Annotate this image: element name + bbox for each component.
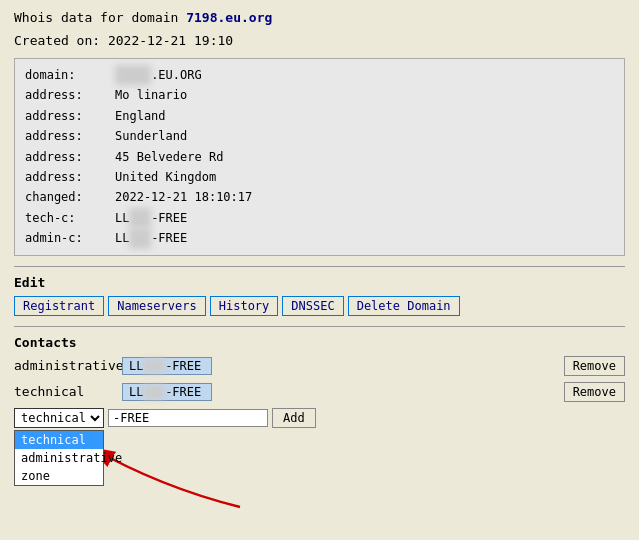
created-line: Created on: 2022-12-21 19:10 xyxy=(14,33,625,48)
main-container: Whois data for domain 7198.eu.org Create… xyxy=(0,0,639,540)
dnssec-button[interactable]: DNSSEC xyxy=(282,296,343,316)
whois-key-techc: tech-c: xyxy=(25,208,115,228)
add-contact-row: technical administrative zone technical … xyxy=(14,408,625,428)
contact-type-technical: technical xyxy=(14,384,114,399)
contact-row-administrative: administrative LL -FREE Remove xyxy=(14,356,625,376)
whois-row-address4: address: 45 Belvedere Rd xyxy=(25,147,614,167)
whois-key-address2: address: xyxy=(25,106,115,126)
edit-section-title: Edit xyxy=(14,275,625,290)
contact-handle-technical: LL -FREE xyxy=(122,383,212,401)
whois-row-address3: address: Sunderland xyxy=(25,126,614,146)
whois-row-changed: changed: 2022-12-21 18:10:17 xyxy=(25,187,614,207)
domain-highlight: 7198.eu.org xyxy=(186,10,272,25)
whois-row-address5: address: United Kingdom xyxy=(25,167,614,187)
remove-admin-button[interactable]: Remove xyxy=(564,356,625,376)
blur-techc xyxy=(129,208,151,228)
history-button[interactable]: History xyxy=(210,296,279,316)
whois-val-address5: United Kingdom xyxy=(115,167,216,187)
dropdown-item-technical[interactable]: technical xyxy=(15,431,103,449)
divider-edit xyxy=(14,266,625,267)
whois-val-address2: England xyxy=(115,106,166,126)
add-contact-button[interactable]: Add xyxy=(272,408,316,428)
whois-key-address4: address: xyxy=(25,147,115,167)
delete-domain-button[interactable]: Delete Domain xyxy=(348,296,460,316)
whois-row-address1: address: Mo linario xyxy=(25,85,614,105)
blur-adminc xyxy=(129,228,151,248)
whois-row-adminc: admin-c: LL -FREE xyxy=(25,228,614,248)
contact-type-administrative: administrative xyxy=(14,358,114,373)
blur-tech-handle xyxy=(143,385,165,399)
nameservers-button[interactable]: Nameservers xyxy=(108,296,205,316)
whois-val-address4: 45 Belvedere Rd xyxy=(115,147,223,167)
contact-type-select[interactable]: technical administrative zone xyxy=(14,408,104,428)
whois-key-address1: address: xyxy=(25,85,115,105)
whois-val-address1: Mo linario xyxy=(115,85,187,105)
dropdown-item-zone[interactable]: zone xyxy=(15,467,103,485)
blur-domain xyxy=(115,65,151,85)
whois-data-block: domain: .EU.ORG address: Mo linario addr… xyxy=(14,58,625,256)
whois-val-domain: .EU.ORG xyxy=(115,65,202,85)
blur-admin-handle xyxy=(143,359,165,373)
page-title: Whois data for domain 7198.eu.org xyxy=(14,10,625,25)
whois-key-domain: domain: xyxy=(25,65,115,85)
whois-row-techc: tech-c: LL -FREE xyxy=(25,208,614,228)
whois-row-address2: address: England xyxy=(25,106,614,126)
registrant-button[interactable]: Registrant xyxy=(14,296,104,316)
whois-row-domain: domain: .EU.ORG xyxy=(25,65,614,85)
whois-val-techc: LL -FREE xyxy=(115,208,187,228)
whois-val-adminc: LL -FREE xyxy=(115,228,187,248)
whois-key-changed: changed: xyxy=(25,187,115,207)
whois-key-adminc: admin-c: xyxy=(25,228,115,248)
contacts-section-title: Contacts xyxy=(14,335,625,350)
contacts-section: Contacts administrative LL -FREE Remove … xyxy=(14,335,625,428)
edit-buttons-group: Registrant Nameservers History DNSSEC De… xyxy=(14,296,625,316)
contact-row-technical: technical LL -FREE Remove xyxy=(14,382,625,402)
contact-handle-administrative: LL -FREE xyxy=(122,357,212,375)
dropdown-item-administrative[interactable]: administrative xyxy=(15,449,103,467)
dropdown-overlay: technical administrative zone xyxy=(14,430,104,486)
whois-key-address5: address: xyxy=(25,167,115,187)
contact-handle-input[interactable] xyxy=(108,409,268,427)
whois-val-changed: 2022-12-21 18:10:17 xyxy=(115,187,252,207)
whois-key-address3: address: xyxy=(25,126,115,146)
remove-tech-button[interactable]: Remove xyxy=(564,382,625,402)
created-value: 2022-12-21 19:10 xyxy=(108,33,233,48)
divider-contacts xyxy=(14,326,625,327)
title-prefix: Whois data for domain xyxy=(14,10,186,25)
type-select-wrapper: technical administrative zone technical … xyxy=(14,408,104,428)
whois-val-address3: Sunderland xyxy=(115,126,187,146)
created-label: Created on: xyxy=(14,33,100,48)
